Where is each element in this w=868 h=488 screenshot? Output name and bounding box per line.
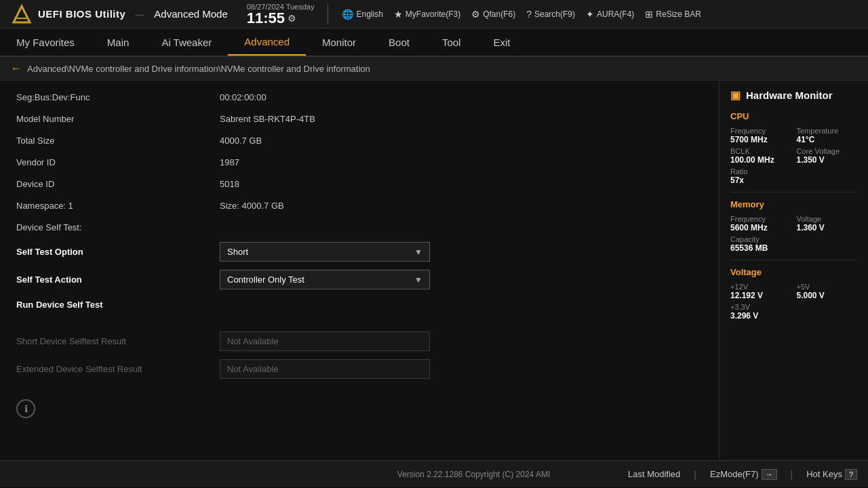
aura-icon: ✦ [586, 9, 594, 20]
search-tool[interactable]: ? Search(F9) [526, 9, 575, 20]
namespace-label: Namespace: 1 [16, 201, 220, 211]
info-icon[interactable]: ℹ [16, 399, 35, 418]
table-row: Namespace: 1 Size: 4000.7 GB [0, 195, 719, 216]
asus-logo-icon [11, 3, 33, 25]
cpu-bclk-value: 100.00 MHz [730, 155, 791, 165]
mem-capacity-block: Capacity 65536 MB [730, 235, 791, 253]
cpu-bclk-block: BCLK 100.00 MHz [730, 147, 791, 165]
extended-result-field: Not Available [220, 359, 430, 379]
last-modified-label: Last Modified [628, 469, 680, 479]
hw-divider-2 [730, 260, 857, 260]
extended-result-row: Extended Device Selftest Result Not Avai… [0, 355, 719, 383]
fan-icon: ⚙ [471, 9, 480, 20]
self-test-option-label: Self Test Option [16, 247, 220, 257]
cpu-stats-grid: Frequency 5700 MHz Temperature 41°C BCLK… [730, 127, 857, 185]
self-test-action-select[interactable]: Controller Only Test ▼ [220, 270, 430, 289]
short-result-field: Not Available [220, 331, 430, 351]
star-icon: ★ [394, 9, 403, 20]
mem-frequency-block: Frequency 5600 MHz [730, 215, 791, 232]
qfan-tool[interactable]: ⚙ Qfan(F6) [471, 9, 515, 20]
mem-frequency-label: Frequency [730, 215, 791, 223]
mem-voltage-value: 1.360 V [797, 223, 858, 232]
globe-icon: 🌐 [342, 9, 353, 20]
footer-sep-1: | [694, 469, 696, 480]
resize-bar-tool[interactable]: ⊞ ReSize BAR [645, 9, 701, 20]
cpu-temperature-value: 41°C [797, 135, 858, 144]
v12-label: +12V [730, 283, 791, 291]
mem-voltage-block: Voltage 1.360 V [797, 215, 858, 232]
mem-capacity-label: Capacity [730, 235, 791, 243]
run-self-test-row[interactable]: Run Device Self Test [0, 293, 719, 315]
table-row: Model Number Sabrent SB-RKT4P-4TB [0, 108, 719, 129]
device-id-value: 5018 [220, 179, 703, 189]
self-test-action-row: Self Test Action Controller Only Test ▼ [0, 266, 719, 293]
mem-capacity-value: 65536 MB [730, 243, 791, 253]
self-test-option-dropdown[interactable]: Short ▼ [220, 242, 430, 262]
myfavorite-label: MyFavorite(F3) [406, 9, 460, 19]
short-result-row: Short Device Selftest Result Not Availab… [0, 327, 719, 355]
nav-boot[interactable]: Boot [372, 28, 426, 56]
nav-ai-tweaker[interactable]: Ai Tweaker [145, 28, 228, 56]
device-self-test-label: Device Self Test: [16, 222, 220, 232]
memory-section-title: Memory [730, 199, 857, 209]
ezmode-button[interactable]: EzMode(F7) → [710, 469, 777, 480]
language-label: English [356, 9, 382, 19]
app-title: UEFI BIOS Utility [38, 8, 125, 20]
datetime-section: 08/27/2024 Tuesday 11:55 ⚙ [247, 3, 315, 26]
extended-result-value: Not Available [220, 359, 430, 379]
search-label: Search(F9) [534, 9, 575, 19]
model-number-value: Sabrent SB-RKT4P-4TB [220, 114, 703, 124]
breadcrumb: ← Advanced\NVMe controller and Drive inf… [0, 57, 868, 81]
ezmode-arrow-icon: → [762, 469, 777, 480]
seg-bus-label: Seg:Bus:Dev:Func [16, 92, 220, 102]
back-arrow-icon[interactable]: ← [11, 62, 22, 75]
cpu-ratio-label: Ratio [730, 167, 791, 176]
nav-advanced[interactable]: Advanced [228, 28, 306, 56]
footer-right: Last Modified | EzMode(F7) → | Hot Keys … [628, 469, 857, 480]
cpu-temperature-label: Temperature [797, 127, 858, 135]
total-size-label: Total Size [16, 136, 220, 146]
self-test-option-select[interactable]: Short ▼ [220, 242, 430, 262]
nav-main[interactable]: Main [91, 28, 146, 56]
nav-tool[interactable]: Tool [426, 28, 477, 56]
dropdown-arrow-2-icon: ▼ [414, 275, 422, 285]
cpu-bclk-label: BCLK [730, 147, 791, 155]
settings-gear-icon[interactable]: ⚙ [288, 13, 296, 24]
monitor-display-icon: ▣ [730, 89, 741, 102]
device-id-label: Device ID [16, 179, 220, 189]
self-test-action-dropdown[interactable]: Controller Only Test ▼ [220, 270, 430, 289]
myfavorite-tool[interactable]: ★ MyFavorite(F3) [394, 9, 460, 20]
svg-marker-0 [14, 6, 30, 22]
cpu-core-voltage-block: Core Voltage 1.350 V [797, 147, 858, 165]
nav-exit[interactable]: Exit [477, 28, 526, 56]
short-result-label: Short Device Selftest Result [16, 336, 220, 346]
cpu-core-voltage-value: 1.350 V [797, 155, 858, 165]
breadcrumb-text: Advanced\NVMe controller and Drive infor… [27, 64, 370, 74]
footer: Version 2.22.1286 Copyright (C) 2024 AMI… [0, 460, 868, 487]
aura-tool[interactable]: ✦ AURA(F4) [586, 9, 634, 20]
v12-value: 12.192 V [730, 291, 791, 300]
footer-sep-2: | [791, 469, 793, 480]
cpu-frequency-block: Frequency 5700 MHz [730, 127, 791, 144]
seg-bus-value: 00:02:00:00 [220, 92, 703, 102]
last-modified-button[interactable]: Last Modified [628, 469, 680, 479]
cpu-section-title: CPU [730, 111, 857, 121]
table-row: Total Size 4000.7 GB [0, 129, 719, 151]
resize-bar-icon: ⊞ [645, 9, 653, 20]
nav-monitor[interactable]: Monitor [306, 28, 372, 56]
hot-keys-button[interactable]: Hot Keys ? [806, 469, 857, 480]
self-test-action-label: Self Test Action [16, 274, 220, 285]
language-tool[interactable]: 🌐 English [342, 9, 382, 20]
spacer [0, 315, 719, 327]
v33-block: +3.3V 3.296 V [730, 303, 791, 321]
cpu-frequency-value: 5700 MHz [730, 135, 791, 144]
main-layout: Seg:Bus:Dev:Func 00:02:00:00 Model Numbe… [0, 81, 868, 460]
vendor-id-value: 1987 [220, 157, 703, 167]
hw-divider-1 [730, 192, 857, 192]
hw-monitor-title: ▣ Hardware Monitor [730, 89, 857, 102]
cpu-temperature-block: Temperature 41°C [797, 127, 858, 144]
v5-label: +5V [797, 283, 858, 291]
v33-value: 3.296 V [730, 311, 791, 321]
resize-bar-label: ReSize BAR [656, 9, 701, 19]
nav-my-favorites[interactable]: My Favorites [0, 28, 91, 56]
